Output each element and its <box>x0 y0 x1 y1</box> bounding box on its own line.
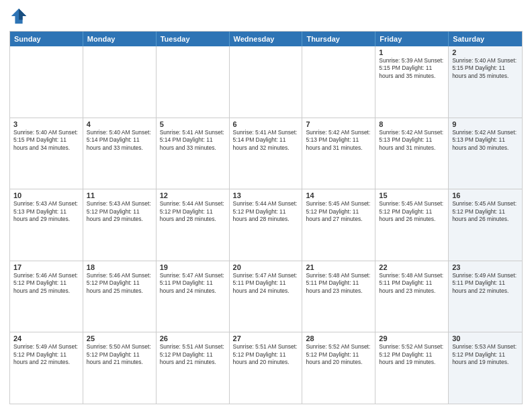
svg-marker-1 <box>19 9 26 20</box>
day-number: 4 <box>87 120 152 128</box>
day-info: Sunrise: 5:45 AM Sunset: 5:12 PM Dayligh… <box>452 200 519 223</box>
day-cell-14: 14Sunrise: 5:45 AM Sunset: 5:12 PM Dayli… <box>302 189 375 261</box>
day-info: Sunrise: 5:44 AM Sunset: 5:12 PM Dayligh… <box>233 200 299 223</box>
day-info: Sunrise: 5:41 AM Sunset: 5:14 PM Dayligh… <box>160 129 226 152</box>
day-cell-7: 7Sunrise: 5:42 AM Sunset: 5:13 PM Daylig… <box>302 118 375 189</box>
day-number: 25 <box>87 334 152 342</box>
day-info: Sunrise: 5:43 AM Sunset: 5:13 PM Dayligh… <box>13 200 79 223</box>
day-cell-10: 10Sunrise: 5:43 AM Sunset: 5:13 PM Dayli… <box>10 189 83 261</box>
day-number: 21 <box>306 263 371 271</box>
page: SundayMondayTuesdayWednesdayThursdayFrid… <box>0 0 532 411</box>
header-day-thursday: Thursday <box>302 32 375 46</box>
day-info: Sunrise: 5:41 AM Sunset: 5:14 PM Dayligh… <box>233 129 299 152</box>
day-number: 20 <box>233 263 299 271</box>
day-cell-16: 16Sunrise: 5:45 AM Sunset: 5:12 PM Dayli… <box>449 189 522 261</box>
week-row-4: 24Sunrise: 5:49 AM Sunset: 5:12 PM Dayli… <box>10 332 522 404</box>
day-number: 23 <box>452 263 519 271</box>
day-cell-27: 27Sunrise: 5:51 AM Sunset: 5:12 PM Dayli… <box>230 332 303 404</box>
day-number: 26 <box>160 334 226 342</box>
day-info: Sunrise: 5:40 AM Sunset: 5:14 PM Dayligh… <box>87 129 152 152</box>
day-number: 11 <box>87 191 152 199</box>
day-number: 8 <box>379 120 445 128</box>
day-info: Sunrise: 5:50 AM Sunset: 5:12 PM Dayligh… <box>87 343 152 366</box>
day-cell-25: 25Sunrise: 5:50 AM Sunset: 5:12 PM Dayli… <box>83 332 157 404</box>
day-info: Sunrise: 5:48 AM Sunset: 5:11 PM Dayligh… <box>306 272 371 295</box>
calendar: SundayMondayTuesdayWednesdayThursdayFrid… <box>9 31 523 404</box>
day-info: Sunrise: 5:42 AM Sunset: 5:13 PM Dayligh… <box>306 129 371 152</box>
header-day-tuesday: Tuesday <box>157 32 230 46</box>
day-cell-5: 5Sunrise: 5:41 AM Sunset: 5:14 PM Daylig… <box>157 118 230 189</box>
day-number: 28 <box>306 334 371 342</box>
week-row-1: 3Sunrise: 5:40 AM Sunset: 5:15 PM Daylig… <box>10 118 522 189</box>
day-info: Sunrise: 5:43 AM Sunset: 5:12 PM Dayligh… <box>87 200 152 223</box>
day-cell-11: 11Sunrise: 5:43 AM Sunset: 5:12 PM Dayli… <box>83 189 157 261</box>
day-cell-1: 1Sunrise: 5:39 AM Sunset: 5:15 PM Daylig… <box>375 46 449 118</box>
day-info: Sunrise: 5:40 AM Sunset: 5:15 PM Dayligh… <box>452 57 519 80</box>
day-cell-17: 17Sunrise: 5:46 AM Sunset: 5:12 PM Dayli… <box>10 261 83 332</box>
week-row-0: 1Sunrise: 5:39 AM Sunset: 5:15 PM Daylig… <box>10 46 522 118</box>
day-number: 6 <box>233 120 299 128</box>
day-number: 7 <box>306 120 371 128</box>
day-number: 27 <box>233 334 299 342</box>
empty-cell-0-2 <box>157 46 230 118</box>
day-cell-8: 8Sunrise: 5:42 AM Sunset: 5:13 PM Daylig… <box>375 118 449 189</box>
logo-icon <box>9 7 28 26</box>
day-cell-30: 30Sunrise: 5:53 AM Sunset: 5:12 PM Dayli… <box>449 332 522 404</box>
day-cell-20: 20Sunrise: 5:47 AM Sunset: 5:11 PM Dayli… <box>230 261 303 332</box>
day-info: Sunrise: 5:40 AM Sunset: 5:15 PM Dayligh… <box>13 129 79 152</box>
empty-cell-0-4 <box>302 46 375 118</box>
day-cell-13: 13Sunrise: 5:44 AM Sunset: 5:12 PM Dayli… <box>230 189 303 261</box>
calendar-header: SundayMondayTuesdayWednesdayThursdayFrid… <box>10 32 522 46</box>
day-number: 14 <box>306 191 371 199</box>
day-number: 9 <box>452 120 519 128</box>
day-number: 5 <box>160 120 226 128</box>
day-number: 30 <box>452 334 519 342</box>
day-info: Sunrise: 5:53 AM Sunset: 5:12 PM Dayligh… <box>452 343 519 366</box>
header-day-sunday: Sunday <box>10 32 83 46</box>
day-number: 12 <box>160 191 226 199</box>
day-cell-2: 2Sunrise: 5:40 AM Sunset: 5:15 PM Daylig… <box>449 46 522 118</box>
day-info: Sunrise: 5:49 AM Sunset: 5:11 PM Dayligh… <box>452 272 519 295</box>
day-number: 10 <box>13 191 79 199</box>
day-cell-22: 22Sunrise: 5:48 AM Sunset: 5:11 PM Dayli… <box>375 261 449 332</box>
day-info: Sunrise: 5:49 AM Sunset: 5:12 PM Dayligh… <box>13 343 79 366</box>
empty-cell-0-1 <box>83 46 157 118</box>
day-info: Sunrise: 5:39 AM Sunset: 5:15 PM Dayligh… <box>379 57 445 80</box>
day-info: Sunrise: 5:52 AM Sunset: 5:12 PM Dayligh… <box>306 343 371 366</box>
day-cell-4: 4Sunrise: 5:40 AM Sunset: 5:14 PM Daylig… <box>83 118 157 189</box>
day-number: 17 <box>13 263 79 271</box>
day-cell-21: 21Sunrise: 5:48 AM Sunset: 5:11 PM Dayli… <box>302 261 375 332</box>
day-cell-12: 12Sunrise: 5:44 AM Sunset: 5:12 PM Dayli… <box>157 189 230 261</box>
day-cell-28: 28Sunrise: 5:52 AM Sunset: 5:12 PM Dayli… <box>302 332 375 404</box>
empty-cell-0-3 <box>230 46 303 118</box>
week-row-2: 10Sunrise: 5:43 AM Sunset: 5:13 PM Dayli… <box>10 189 522 261</box>
day-number: 24 <box>13 334 79 342</box>
day-info: Sunrise: 5:47 AM Sunset: 5:11 PM Dayligh… <box>160 272 226 295</box>
day-number: 1 <box>379 48 445 56</box>
day-info: Sunrise: 5:51 AM Sunset: 5:12 PM Dayligh… <box>160 343 226 366</box>
day-number: 2 <box>452 48 519 56</box>
day-number: 29 <box>379 334 445 342</box>
day-cell-9: 9Sunrise: 5:42 AM Sunset: 5:13 PM Daylig… <box>449 118 522 189</box>
day-info: Sunrise: 5:46 AM Sunset: 5:12 PM Dayligh… <box>13 272 79 295</box>
day-number: 16 <box>452 191 519 199</box>
header-day-saturday: Saturday <box>449 32 522 46</box>
empty-cell-0-0 <box>10 46 83 118</box>
header-day-monday: Monday <box>83 32 157 46</box>
day-info: Sunrise: 5:47 AM Sunset: 5:11 PM Dayligh… <box>233 272 299 295</box>
day-info: Sunrise: 5:42 AM Sunset: 5:13 PM Dayligh… <box>452 129 519 152</box>
day-info: Sunrise: 5:51 AM Sunset: 5:12 PM Dayligh… <box>233 343 299 366</box>
logo <box>9 7 31 26</box>
day-number: 13 <box>233 191 299 199</box>
header-day-wednesday: Wednesday <box>230 32 303 46</box>
day-cell-3: 3Sunrise: 5:40 AM Sunset: 5:15 PM Daylig… <box>10 118 83 189</box>
day-number: 19 <box>160 263 226 271</box>
day-info: Sunrise: 5:42 AM Sunset: 5:13 PM Dayligh… <box>379 129 445 152</box>
day-info: Sunrise: 5:46 AM Sunset: 5:12 PM Dayligh… <box>87 272 152 295</box>
day-cell-6: 6Sunrise: 5:41 AM Sunset: 5:14 PM Daylig… <box>230 118 303 189</box>
day-number: 15 <box>379 191 445 199</box>
week-row-3: 17Sunrise: 5:46 AM Sunset: 5:12 PM Dayli… <box>10 261 522 332</box>
day-cell-18: 18Sunrise: 5:46 AM Sunset: 5:12 PM Dayli… <box>83 261 157 332</box>
day-cell-26: 26Sunrise: 5:51 AM Sunset: 5:12 PM Dayli… <box>157 332 230 404</box>
day-number: 18 <box>87 263 152 271</box>
